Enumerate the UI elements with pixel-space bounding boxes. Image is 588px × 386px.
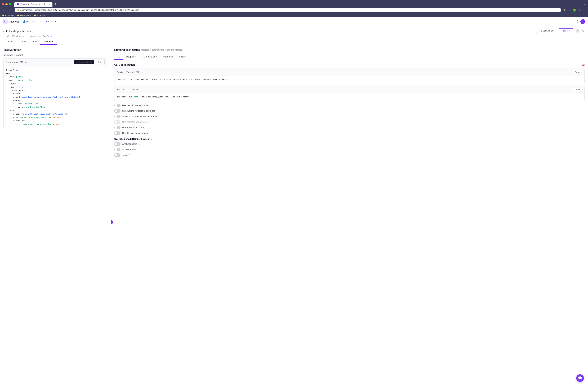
profile-icon[interactable]: J — [578, 8, 581, 12]
window-controls[interactable]: ⌄ — [584, 3, 586, 5]
reload-nav-btn[interactable]: ↻ — [10, 8, 13, 12]
tab-automate[interactable]: Automate — [40, 39, 57, 45]
variable-set-selector[interactable]: ● No Variable Set ▾ — [536, 29, 557, 33]
env-selector[interactable]: • Prod ▾ — [45, 20, 57, 23]
cli-command-label: Tracetest CLI command: — [117, 88, 140, 91]
inner-tab-nav: CLI Deep Link GitHub Actions TypeScript … — [114, 54, 585, 60]
tests-question-icon[interactable]: ? — [129, 154, 130, 156]
toggle-hostname-label: Specify Tracetest server hostname — [122, 115, 157, 118]
configure-cli-header: Configure Tracetest CLI: Copy — [114, 69, 584, 76]
org-selector[interactable]: 👤 personal-org ▾ — [21, 20, 42, 23]
toggle-analyzer-score-label: Analyzer score — [122, 143, 137, 145]
toggle-hostname[interactable] — [114, 115, 121, 118]
toggle-use-id-label: Use tests ID instead of file — [122, 104, 148, 107]
collapse-panel-button[interactable]: » — [111, 220, 113, 224]
configure-copy-button[interactable]: Copy — [573, 70, 582, 74]
toggle-analyzer-score[interactable] — [114, 142, 121, 146]
bookmark-kubeshop[interactable]: 📁 Kubeshop — [2, 14, 14, 17]
logo-icon — [3, 19, 8, 24]
yaml-header-buttons: ⬇ Download File Copy — [74, 60, 105, 64]
inner-tab-artillery[interactable]: Artillery — [176, 54, 189, 60]
download-file-button[interactable]: ⬇ Download File — [74, 60, 94, 64]
browser-tab-active[interactable]: Tracetest - Pokeshop -List - ✕ — [14, 2, 52, 7]
yaml-line-9: url: http://demo-pokemon-api.demo/pokemo… — [6, 95, 105, 99]
filename-edit-icon[interactable]: ✏ — [24, 54, 25, 56]
toggle-variable-set[interactable] — [114, 120, 121, 124]
close-traffic-light[interactable] — [2, 3, 4, 5]
yaml-line-17: - attr:tracetest.span.duration < 500ms — [6, 122, 105, 126]
yaml-line-13: specs: — [6, 109, 105, 113]
toggle-row-hostname: Specify Tracetest server hostname — [114, 115, 585, 118]
menu-icon[interactable]: ⋮ — [582, 8, 586, 12]
yaml-line-11: - key: Content-Type — [6, 102, 105, 106]
env-chevron-icon: ▾ — [55, 20, 56, 22]
run-group-link[interactable]: Run Group — [43, 35, 52, 37]
run-test-button[interactable]: Run Test — [559, 28, 573, 33]
test-name: Pokeshop -List — [6, 30, 26, 33]
yaml-line-12: value: application/json — [6, 106, 105, 109]
toggle-skip-wait[interactable] — [114, 109, 121, 113]
share-icon[interactable]: ⬆ — [563, 8, 566, 12]
toggle-tests[interactable] — [114, 153, 121, 157]
chat-button[interactable]: 💬 — [576, 374, 584, 382]
browser-chrome: Tracetest - Pokeshop -List - ✕ + ⌄ ‹ › ↻… — [0, 0, 588, 17]
toggle-row-skip-wait: Skip waiting for tests to complete — [114, 109, 585, 113]
app-container: tracetest 👤 personal-org ▾ • Prod ▾ ? J … — [0, 17, 588, 386]
user-avatar[interactable]: J — [580, 19, 585, 24]
bookmarks-bar: 📁 Kubeshop 📁 Read&Watch 📁 Kubeconf — [0, 14, 588, 17]
env-label: Prod — [49, 20, 54, 23]
tab-test[interactable]: Test — [29, 39, 40, 45]
toggle-docker[interactable] — [114, 131, 121, 135]
tab-trigger[interactable]: Trigger — [3, 39, 17, 45]
extension-icon[interactable]: 🧩 — [572, 8, 577, 12]
toggle-junit[interactable] — [114, 126, 121, 129]
star-icon[interactable]: ☆ — [567, 8, 571, 12]
edit-icon[interactable]: ✏ — [27, 30, 29, 33]
back-button[interactable]: ‹ — [3, 30, 4, 33]
inner-tab-typescript[interactable]: TypeScript — [159, 54, 176, 60]
env-dot — [46, 21, 47, 22]
export-icon[interactable]: ⬜ — [575, 29, 580, 33]
toggle-variable-set-label: Use selected variable set — [122, 121, 147, 123]
inner-tab-cli[interactable]: CLI — [114, 54, 123, 60]
gates-question-icon[interactable]: ? — [151, 138, 152, 140]
back-nav-btn[interactable]: ‹ — [2, 8, 4, 12]
settings-icon[interactable]: ⚙ — [581, 29, 585, 33]
book-icon[interactable]: 📖 — [582, 63, 585, 66]
toggle-row-docker: Run CLI via Docker image — [114, 131, 585, 135]
info-icon[interactable]: ℹ — [30, 30, 31, 33]
minimize-traffic-light[interactable] — [5, 3, 8, 5]
analyzer-rules-question-icon[interactable]: ? — [138, 148, 139, 151]
toggle-analyzer-rules-label: Analyzer rules — [122, 148, 136, 151]
gates-toggles-section: Analyzer score ? Analyzer rules ? Tests … — [114, 142, 585, 157]
new-tab-button[interactable]: + — [53, 2, 58, 6]
preview-label: Preview your YAML file — [6, 61, 27, 63]
yaml-filename: pokeshop_list.yaml ✏ — [3, 54, 107, 56]
variable-set-question-icon[interactable]: ? — [149, 121, 150, 123]
yaml-line-4: name: Pokeshop -List — [6, 79, 105, 82]
cli-command-copy-button[interactable]: Copy — [573, 88, 582, 92]
toggle-analyzer-rules[interactable] — [114, 148, 121, 151]
analyzer-score-question-icon[interactable]: ? — [139, 143, 140, 145]
variable-set-label: No Variable Set — [540, 30, 554, 32]
toggle-skip-wait-label: Skip waiting for tests to complete — [122, 110, 155, 112]
inner-tab-github[interactable]: GitHub Actions — [139, 54, 159, 60]
tab-close-btn[interactable]: ✕ — [48, 3, 50, 5]
browser-titlebar: Tracetest - Pokeshop -List - ✕ + ⌄ — [0, 0, 588, 7]
maximize-traffic-light[interactable] — [9, 3, 11, 5]
test-run-header: ‹ Pokeshop -List ✏ ℹ ● No Variable Set ▾… — [0, 26, 588, 45]
toggle-row-tests: Tests ? — [114, 153, 585, 157]
inner-tab-deeplink[interactable]: Deep Link — [123, 54, 139, 60]
toggle-row-variable-set: Use selected variable set ? — [114, 120, 585, 124]
variable-chevron-icon: ▾ — [555, 30, 556, 32]
tab-trace[interactable]: Trace — [17, 39, 29, 45]
forward-nav-btn[interactable]: › — [6, 8, 8, 12]
bookmark-readwatch[interactable]: 📁 Read&Watch — [17, 14, 31, 17]
running-tech-subtitle: Methods to automate the running of this … — [141, 49, 182, 51]
running-tech-header: Running Techniques Methods to automate t… — [114, 48, 585, 51]
help-icon[interactable]: ? — [577, 20, 578, 23]
address-bar[interactable]: 🔒 app.tracetest.io/organizations/ttorg_b… — [15, 8, 561, 12]
toggle-use-id[interactable] — [114, 104, 121, 107]
yaml-copy-button[interactable]: Copy — [95, 60, 105, 64]
bookmark-kubeconf[interactable]: 📁 Kubeconf — [34, 14, 45, 17]
